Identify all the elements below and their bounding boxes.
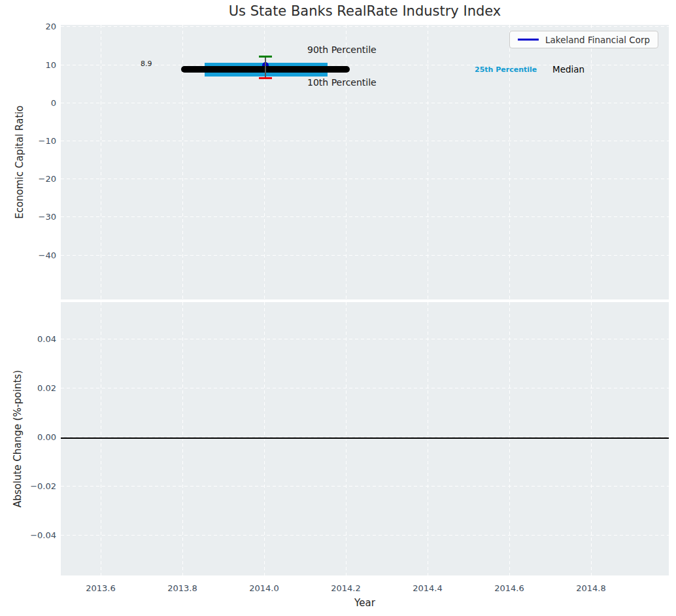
gridline	[61, 103, 669, 103]
gridline	[428, 302, 428, 575]
gridline	[61, 255, 669, 256]
x-tick-label: 2013.6	[86, 583, 116, 593]
annotation-25th-percentile: 25th Percentile	[475, 65, 537, 74]
x-tick-label: 2013.8	[167, 583, 197, 593]
gridline	[591, 25, 592, 299]
annotation-10th-percentile: 10th Percentile	[307, 77, 377, 88]
errorbar-cap-90th	[259, 56, 272, 58]
gridline	[264, 302, 265, 575]
gridline	[61, 179, 669, 179]
x-tick-label: 2014.2	[331, 583, 361, 593]
gridline	[101, 302, 101, 575]
errorbar-line	[265, 57, 266, 78]
gridline	[61, 388, 669, 388]
x-tick-label: 2014.8	[576, 583, 606, 593]
gridline	[61, 216, 669, 217]
gridline	[509, 302, 510, 575]
y-axis-label-top: Economic Capital Ratio	[14, 105, 25, 218]
zero-line	[61, 437, 669, 439]
bottom-plot	[61, 302, 669, 575]
y-tick-label: −40	[10, 250, 56, 260]
gridline	[591, 302, 592, 575]
y-axis-label-bottom: Absolute Change (%-points)	[12, 370, 24, 507]
y-tick-label: 20	[10, 22, 56, 31]
annotation-value: 8.9	[141, 60, 152, 68]
x-tick-label: 2014.4	[413, 583, 443, 593]
gridline	[61, 339, 669, 339]
x-tick-label: 2014.0	[249, 583, 279, 593]
legend: Lakeland Financial Corp	[509, 31, 658, 48]
annotation-90th-percentile: 90th Percentile	[307, 44, 377, 55]
x-tick-label: 2014.6	[494, 583, 524, 593]
gridline	[61, 26, 669, 27]
gridline	[61, 486, 669, 487]
gridline	[346, 302, 346, 575]
annotation-median: Median	[552, 64, 584, 75]
gridline	[182, 302, 183, 575]
y-tick-label: −0.04	[10, 530, 56, 540]
legend-label: Lakeland Financial Corp	[545, 35, 650, 45]
errorbar-cap-10th	[259, 77, 272, 79]
y-tick-label: 0.04	[10, 334, 56, 344]
legend-line-icon	[518, 39, 539, 41]
chart-title: Us State Banks RealRate Industry Index	[229, 3, 501, 19]
top-plot: 8.9 90th Percentile 10th Percentile 25th…	[61, 25, 669, 299]
gridline	[101, 25, 101, 299]
x-axis-label: Year	[354, 597, 375, 609]
gridline	[61, 535, 669, 536]
y-tick-label: 10	[10, 60, 56, 70]
chart-canvas: Us State Banks RealRate Industry Index 8…	[0, 0, 676, 616]
gridline	[428, 25, 428, 299]
gridline	[61, 141, 669, 141]
